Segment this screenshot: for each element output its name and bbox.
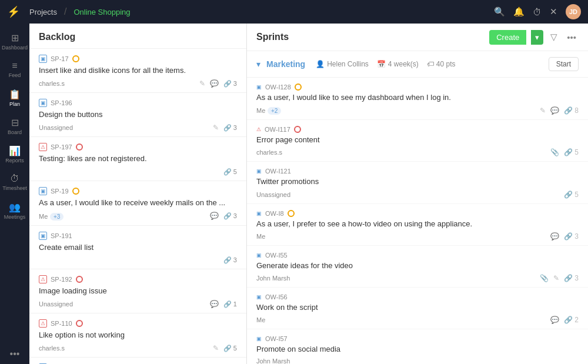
sidebar-item-plan[interactable]: 📋 Plan: [2, 85, 28, 111]
story-type-icon: ▣: [39, 99, 47, 107]
edit-icon[interactable]: ✎: [553, 274, 559, 282]
item-title[interactable]: Testing: likes are not registered.: [39, 153, 237, 164]
sprint-name[interactable]: Marketing: [266, 59, 305, 69]
backlog-item: ⚠ SP-192 Image loading issue Unassigned …: [29, 269, 246, 313]
sprint-item-title[interactable]: Work on the script: [256, 302, 579, 313]
comment-icon[interactable]: 💬: [210, 300, 219, 308]
sprint-item: ▣ OW-I121 Twitter promotions Unassigned …: [247, 162, 588, 203]
sprints-title: Sprints: [256, 32, 485, 42]
sidebar-item-meetings[interactable]: 👥 Meetings: [2, 198, 28, 223]
dashboard-icon: ⊞: [11, 32, 19, 44]
sprints-header: Sprints Create ▾ ▽ •••: [247, 24, 588, 51]
priority-icon: [72, 188, 79, 195]
start-sprint-button[interactable]: Start: [549, 57, 579, 71]
projects-link[interactable]: Projects: [29, 8, 57, 16]
item-count: 🔗 3: [223, 124, 237, 132]
project-name[interactable]: Online Shopping: [74, 8, 130, 16]
search-icon[interactable]: 🔍: [494, 6, 505, 17]
create-button[interactable]: Create: [489, 30, 526, 45]
sprint-points-value: 40 pts: [436, 60, 456, 68]
sidebar-label-timesheet: Timesheet: [2, 185, 27, 191]
priority-icon: [295, 84, 302, 91]
reports-icon: 📊: [9, 145, 21, 156]
sidebar-more[interactable]: •••: [10, 349, 20, 359]
attachment-icon[interactable]: 📎: [550, 148, 559, 156]
item-assignee: charles.s: [39, 345, 65, 352]
story-type-icon: ▣: [256, 294, 262, 300]
story-type-icon: ▣: [256, 252, 262, 258]
sprint-toggle[interactable]: ▾: [256, 59, 260, 69]
sprint-points: 🏷 40 pts: [427, 60, 456, 68]
sprint-item-id: OW-I121: [265, 168, 291, 175]
board-icon: ⊟: [11, 117, 19, 128]
tag-badge: +3: [50, 213, 64, 221]
comment-icon[interactable]: 💬: [210, 79, 219, 88]
attachment-icon[interactable]: 📎: [540, 274, 549, 282]
backlog-item: ▣ SP-17 Insert like and dislike icons fo…: [29, 49, 246, 93]
sidebar-item-dashboard[interactable]: ⊞ Dashboard: [2, 28, 28, 54]
sidebar: ⊞ Dashboard ≡ Feed 📋 Plan ⊟ Board 📊 Repo…: [0, 24, 29, 364]
story-type-icon: ▣: [39, 55, 47, 63]
sprint-item: ▣ OW-I56 Work on the script Me 💬 🔗 2: [247, 288, 588, 329]
sidebar-label-meetings: Meetings: [4, 214, 26, 220]
sprint-item-title[interactable]: Generate ideas for the video: [256, 261, 579, 271]
item-id: SP-110: [51, 320, 72, 327]
sidebar-label-dashboard: Dashboard: [2, 45, 28, 51]
sprint-item-title[interactable]: Error page content: [256, 135, 579, 145]
item-count: 🔗 3: [223, 80, 237, 88]
item-title[interactable]: Design the buttons: [39, 109, 237, 120]
item-id: SP-192: [51, 276, 72, 283]
comment-icon[interactable]: 💬: [210, 212, 219, 220]
backlog-item: ▣ SP-191 Create email list 🔗 3: [29, 226, 246, 269]
sidebar-item-reports[interactable]: 📊 Reports: [2, 141, 28, 167]
item-title[interactable]: As a user, I would like to receive weekl…: [39, 198, 237, 208]
sprint-group-header: ▾ Marketing 👤 Helen Collins 📅 4 week(s) …: [247, 51, 588, 78]
backlog-item: ⚠ SP-110 Like option is not working char…: [29, 313, 246, 358]
more-options-icon[interactable]: •••: [564, 30, 579, 45]
filter-icon[interactable]: ▽: [548, 29, 560, 45]
create-dropdown-button[interactable]: ▾: [531, 30, 543, 45]
edit-icon[interactable]: ✎: [199, 79, 205, 88]
close-icon[interactable]: ✕: [550, 6, 557, 17]
item-id: SP-196: [51, 99, 72, 106]
feed-icon: ≡: [12, 61, 17, 71]
edit-icon[interactable]: ✎: [213, 123, 219, 132]
sprint-item-assignee: Me: [256, 107, 265, 114]
sidebar-item-timesheet[interactable]: ⏱ Timesheet: [2, 169, 28, 195]
item-count: 🔗 5: [223, 345, 237, 352]
comment-icon[interactable]: 💬: [550, 106, 559, 115]
item-id: SP-17: [51, 55, 69, 62]
edit-icon[interactable]: ✎: [213, 344, 219, 352]
comment-icon[interactable]: 💬: [550, 316, 559, 324]
comment-icon[interactable]: 💬: [550, 232, 559, 241]
sprint-item-title[interactable]: Promote on social media: [256, 344, 579, 355]
main-layout: ⊞ Dashboard ≡ Feed 📋 Plan ⊟ Board 📊 Repo…: [0, 24, 588, 364]
logo-icon: ⚡: [7, 5, 20, 18]
item-title[interactable]: Like option is not working: [39, 330, 237, 340]
item-title[interactable]: Insert like and dislike icons for all th…: [39, 65, 237, 76]
person-icon: 👤: [316, 60, 325, 68]
sprint-item-title[interactable]: Twitter promotions: [256, 176, 579, 187]
plan-icon: 📋: [9, 89, 21, 100]
sprint-item-title[interactable]: As a user, I would like to see my dashbo…: [256, 92, 579, 103]
timesheet-icon: ⏱: [10, 173, 19, 184]
sidebar-item-feed[interactable]: ≡ Feed: [2, 56, 28, 82]
sprint-item-count: 🔗 5: [564, 191, 579, 199]
content-area: Backlog ▣ SP-17 Insert like and dislike …: [29, 24, 588, 364]
backlog-header: Backlog: [29, 24, 246, 49]
sprint-item-title[interactable]: As a user, I prefer to see a how-to vide…: [256, 219, 579, 229]
sprint-item-count: 🔗 3: [564, 274, 579, 282]
edit-icon[interactable]: ✎: [540, 106, 546, 115]
timer-icon[interactable]: ⏱: [533, 7, 542, 17]
sprints-content: ▾ Marketing 👤 Helen Collins 📅 4 week(s) …: [247, 51, 588, 364]
sprints-panel: Sprints Create ▾ ▽ ••• ▾ Marketing 👤 Hel…: [247, 24, 588, 364]
sprint-item-id: OW-I8: [265, 210, 284, 217]
item-title[interactable]: Image loading issue: [39, 286, 237, 296]
item-id: SP-191: [51, 232, 72, 239]
item-title[interactable]: Create email list: [39, 242, 237, 253]
bell-icon[interactable]: 🔔: [513, 6, 524, 17]
priority-icon: [76, 143, 83, 151]
avatar[interactable]: JD: [566, 4, 581, 19]
sidebar-item-board[interactable]: ⊟ Board: [2, 113, 28, 139]
story-type-icon: ▣: [256, 168, 262, 174]
